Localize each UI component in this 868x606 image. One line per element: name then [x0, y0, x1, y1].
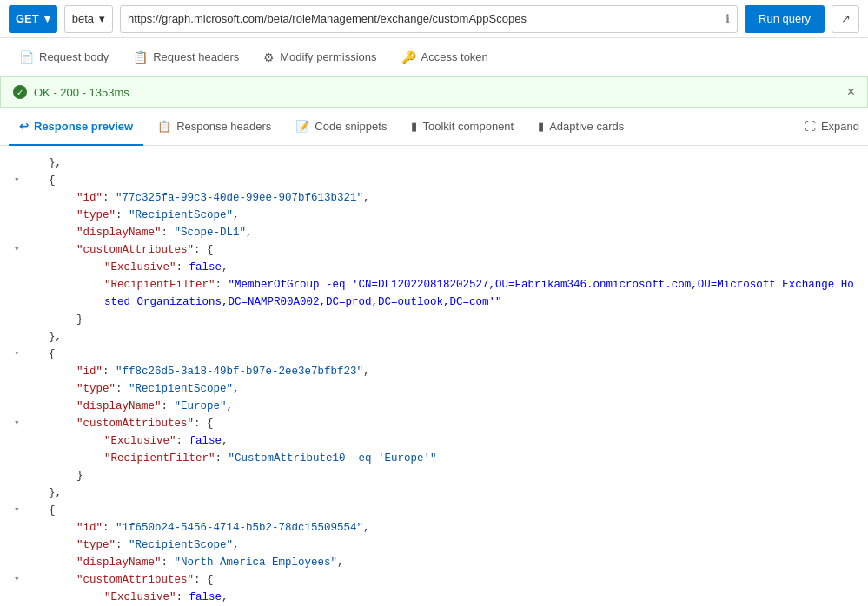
code-line: ▶ "type": "RecipientScope",: [14, 207, 854, 224]
code-snippets-icon: 📝: [295, 120, 309, 133]
code-line: ▶ "Exclusive": false,: [14, 589, 854, 604]
code-line: ▶ },: [14, 484, 854, 502]
share-button[interactable]: ↗: [832, 5, 859, 33]
expand-label: Expand: [821, 120, 859, 133]
tab-toolkit-component[interactable]: ▮ Toolkit component: [401, 108, 524, 146]
code-line: ▶ },: [14, 328, 854, 346]
response-tab-bar: ↩ Response preview 📋 Response headers 📝 …: [0, 108, 868, 146]
method-select[interactable]: GET ▾: [9, 5, 57, 33]
expand-icon: ⛶: [805, 120, 816, 133]
collapse-icon[interactable]: ▾: [14, 173, 28, 188]
code-line: ▶ "displayName": "Europe",: [14, 398, 854, 415]
collapse-icon[interactable]: ▾: [14, 242, 28, 258]
method-chevron-icon: ▾: [44, 12, 50, 25]
modify-permissions-icon: ⚙: [263, 50, 275, 64]
tab-request-headers[interactable]: 📋 Request headers: [123, 38, 249, 76]
tab-toolkit-label: Toolkit component: [422, 120, 514, 133]
code-panel[interactable]: ▶ }, ▾ { ▶ "id": "77c325fa-99c3-40de-99e…: [0, 146, 868, 604]
tab-access-token-label: Access token: [421, 50, 488, 63]
code-line: ▶ "displayName": "North America Employee…: [14, 554, 854, 571]
version-chevron-icon: ▾: [99, 12, 105, 25]
check-icon: ✓: [13, 85, 27, 99]
url-bar[interactable]: ℹ: [120, 5, 738, 33]
access-token-icon: 🔑: [401, 50, 416, 64]
tab-modify-permissions-label: Modify permissions: [280, 50, 376, 63]
expand-button[interactable]: ⛶ Expand: [805, 120, 859, 133]
collapse-icon[interactable]: ▾: [14, 346, 28, 362]
tab-adaptive-cards[interactable]: ▮ Adaptive cards: [527, 108, 634, 146]
url-input[interactable]: [128, 12, 726, 25]
request-body-icon: 📄: [19, 50, 34, 64]
tab-access-token[interactable]: 🔑 Access token: [391, 38, 499, 76]
code-line: ▶ "type": "RecipientScope",: [14, 380, 854, 398]
response-preview-icon: ↩: [19, 120, 29, 133]
version-select[interactable]: beta ▾: [64, 5, 113, 33]
top-bar: GET ▾ beta ▾ ℹ Run query ↗: [0, 0, 868, 38]
code-line: ▶ "id": "77c325fa-99c3-40de-99ee-907bf61…: [14, 189, 854, 207]
tab-modify-permissions[interactable]: ⚙ Modify permissions: [253, 38, 387, 76]
tab-response-preview[interactable]: ↩ Response preview: [9, 108, 143, 146]
code-line: ▶ "displayName": "Scope-DL1",: [14, 224, 854, 241]
code-line: ▶ "type": "RecipientScope",: [14, 537, 854, 554]
version-label: beta: [72, 12, 94, 25]
tab-adaptive-cards-label: Adaptive cards: [549, 120, 624, 133]
code-line: ▾ "customAttributes": {: [14, 415, 854, 432]
status-text: OK - 200 - 1353ms: [34, 86, 129, 99]
code-line: ▶ "Exclusive": false,: [14, 432, 854, 450]
request-tab-bar: 📄 Request body 📋 Request headers ⚙ Modif…: [0, 38, 868, 76]
collapse-icon[interactable]: ▾: [14, 503, 28, 518]
adaptive-cards-icon: ▮: [538, 120, 544, 133]
code-line: ▶ }: [14, 311, 854, 328]
status-close-button[interactable]: ×: [847, 84, 855, 100]
code-line: ▾ "customAttributes": {: [14, 241, 854, 259]
tab-response-headers[interactable]: 📋 Response headers: [147, 108, 282, 146]
code-line: ▶ "RecipientFilter": "CustomAttribute10 …: [14, 450, 854, 467]
status-bar: ✓ OK - 200 - 1353ms ×: [0, 76, 868, 108]
tab-code-snippets[interactable]: 📝 Code snippets: [285, 108, 397, 146]
code-line: ▶ "id": "ff8c26d5-3a18-49bf-b97e-2ee3e7b…: [14, 363, 854, 380]
tab-response-preview-label: Response preview: [34, 120, 133, 133]
code-line: ▶ "id": "1f650b24-5456-4714-b5b2-78dc155…: [14, 519, 854, 537]
response-headers-icon: 📋: [157, 120, 171, 133]
code-line: ▶ }: [14, 467, 854, 484]
collapse-icon[interactable]: ▾: [14, 416, 28, 431]
info-icon: ℹ: [726, 12, 730, 25]
tab-request-body[interactable]: 📄 Request body: [9, 38, 119, 76]
method-label: GET: [16, 12, 39, 25]
share-icon: ↗: [841, 12, 851, 25]
code-line: ▶ "Exclusive": false,: [14, 259, 854, 276]
code-line: ▾ {: [14, 172, 854, 189]
request-headers-icon: 📋: [133, 50, 148, 64]
code-line: ▾ {: [14, 502, 854, 519]
tab-request-headers-label: Request headers: [153, 50, 239, 63]
tab-response-headers-label: Response headers: [176, 120, 271, 133]
code-line: ▾ "customAttributes": {: [14, 571, 854, 589]
tab-request-body-label: Request body: [39, 50, 109, 63]
code-line: ▶ "RecipientFilter": "MemberOfGroup -eq …: [14, 276, 854, 311]
status-ok: ✓ OK - 200 - 1353ms: [13, 85, 129, 99]
code-line: ▾ {: [14, 346, 854, 363]
tab-code-snippets-label: Code snippets: [315, 120, 387, 133]
collapse-icon[interactable]: ▾: [14, 572, 28, 588]
run-query-button[interactable]: Run query: [745, 5, 825, 33]
toolkit-icon: ▮: [411, 120, 417, 133]
code-line: ▶ },: [14, 155, 854, 172]
